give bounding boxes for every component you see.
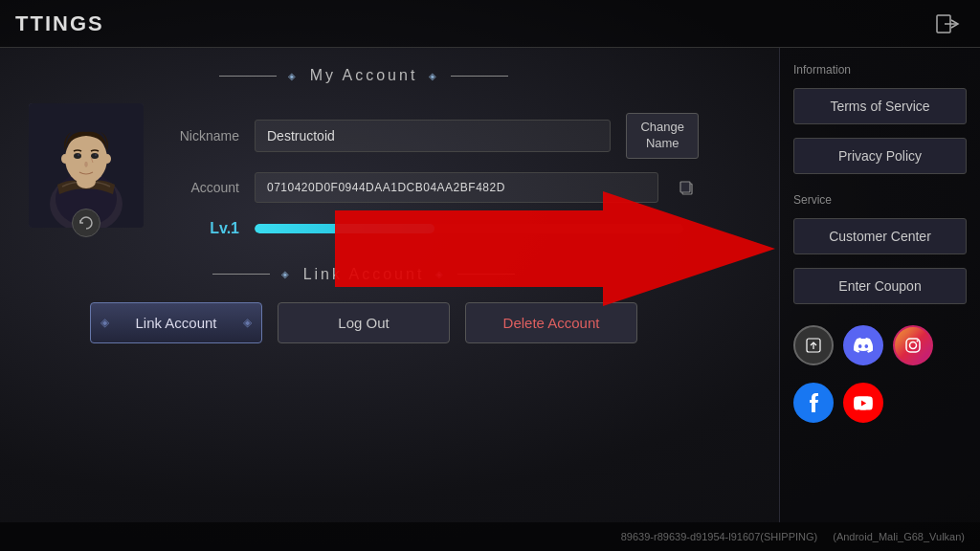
account-label: Account bbox=[163, 180, 239, 195]
discord-icon[interactable] bbox=[843, 325, 883, 365]
exit-button[interactable] bbox=[930, 7, 965, 41]
xp-bar-fill bbox=[255, 224, 434, 233]
level-label: Lv.1 bbox=[163, 220, 239, 237]
device-id: 89639-r89639-d91954-l91607(SHIPPING) bbox=[621, 531, 817, 542]
diamond-right: ◈ bbox=[429, 71, 439, 81]
link-account-title: ◈ Link Account ◈ bbox=[29, 266, 699, 283]
customer-center-button[interactable]: Customer Center bbox=[793, 218, 967, 254]
social-icons-row2 bbox=[793, 383, 967, 423]
diamond-left-2: ◈ bbox=[281, 269, 292, 279]
terms-of-service-button[interactable]: Terms of Service bbox=[793, 88, 967, 124]
bottom-bar: 89639-r89639-d91954-l91607(SHIPPING) (An… bbox=[0, 522, 980, 551]
instagram-icon[interactable] bbox=[893, 325, 933, 365]
logout-button[interactable]: Log Out bbox=[278, 302, 450, 343]
diamond-left: ◈ bbox=[288, 71, 299, 81]
action-buttons: Link Account Log Out Delete Account bbox=[29, 302, 699, 343]
account-value: 0710420D0F0944DAA1DCB04AA2BF482D bbox=[255, 172, 658, 203]
link-account-button[interactable]: Link Account bbox=[90, 302, 262, 343]
link-account-section: ◈ Link Account ◈ Link Account Log Out De… bbox=[29, 266, 699, 343]
nickname-label: Nickname bbox=[163, 128, 239, 143]
page-title: TTINGS bbox=[15, 11, 104, 36]
account-row: Account 0710420D0F0944DAA1DCB04AA2BF482D bbox=[163, 172, 699, 203]
my-account-title: ◈ My Account ◈ bbox=[29, 67, 699, 84]
share-icon[interactable] bbox=[793, 325, 834, 365]
svg-point-7 bbox=[61, 154, 69, 164]
youtube-icon[interactable] bbox=[843, 383, 883, 423]
nickname-row: Nickname Destructoid ChangeName bbox=[163, 113, 699, 159]
privacy-policy-button[interactable]: Privacy Policy bbox=[793, 138, 967, 174]
social-icons-row1 bbox=[793, 325, 967, 365]
nickname-value: Destructoid bbox=[255, 120, 611, 152]
diamond-right-2: ◈ bbox=[435, 269, 446, 279]
profile-fields: Nickname Destructoid ChangeName Account … bbox=[163, 103, 699, 237]
delete-account-button[interactable]: Delete Account bbox=[465, 302, 637, 343]
svg-point-20 bbox=[910, 342, 917, 349]
svg-point-8 bbox=[103, 154, 111, 164]
profile-area: Nickname Destructoid ChangeName Account … bbox=[29, 103, 699, 237]
change-name-button[interactable]: ChangeName bbox=[626, 113, 699, 159]
right-sidebar: Information Terms of Service Privacy Pol… bbox=[779, 48, 980, 522]
top-bar: TTINGS bbox=[0, 0, 980, 48]
level-row: Lv.1 bbox=[163, 216, 699, 237]
avatar-container bbox=[29, 103, 144, 228]
svg-point-12 bbox=[95, 154, 97, 156]
information-label: Information bbox=[793, 63, 967, 77]
xp-bar bbox=[255, 224, 683, 233]
svg-point-21 bbox=[917, 341, 919, 342]
svg-point-11 bbox=[78, 154, 79, 156]
enter-coupon-button[interactable]: Enter Coupon bbox=[793, 268, 967, 304]
facebook-icon[interactable] bbox=[793, 383, 834, 423]
avatar-swap-button[interactable] bbox=[72, 209, 100, 237]
svg-point-9 bbox=[74, 153, 81, 159]
main-content: ◈ My Account ◈ bbox=[0, 48, 727, 522]
svg-rect-15 bbox=[680, 182, 690, 192]
service-label: Service bbox=[793, 193, 967, 207]
copy-icon[interactable] bbox=[674, 175, 699, 200]
svg-point-6 bbox=[65, 134, 107, 184]
device-info: (Android_Mali_G68_Vulkan) bbox=[833, 531, 965, 542]
svg-point-10 bbox=[91, 153, 99, 159]
